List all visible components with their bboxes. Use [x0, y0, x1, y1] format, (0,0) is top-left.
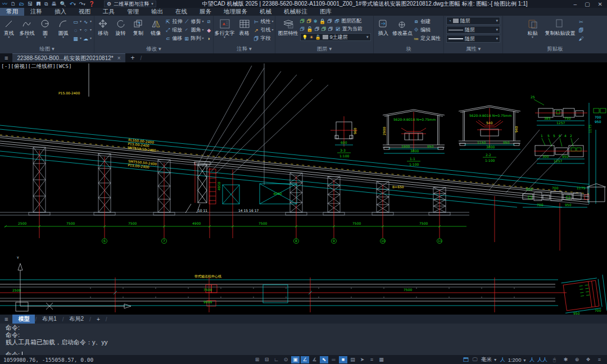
add-status-icon[interactable]: ⊕: [573, 356, 581, 363]
osnap-toggle[interactable]: ▣: [291, 356, 300, 363]
copy-button[interactable]: 复制: [130, 17, 147, 42]
layout-menu-icon[interactable]: ≡: [0, 316, 12, 322]
arc-button[interactable]: 圆弧▾: [55, 17, 72, 42]
units-selector[interactable]: 毫米 ▼: [481, 356, 497, 363]
cycling-toggle[interactable]: ➤: [358, 356, 366, 363]
ribbon-tab-mech[interactable]: 机械: [253, 8, 278, 16]
print-icon[interactable]: 🖶: [51, 1, 56, 7]
ortho-toggle[interactable]: ∟: [272, 356, 280, 363]
layer-off-icon[interactable]: 🗇: [300, 26, 305, 32]
join-button[interactable]: ◗: [206, 35, 213, 42]
panel-label-layers[interactable]: 图层 ▾: [275, 46, 373, 53]
workspace-switcher[interactable]: ⚙ 二维草图与注释 ▾: [104, 1, 156, 7]
lineweight-toggle[interactable]: ═: [329, 356, 338, 363]
scale-selector[interactable]: 1:200 ▼: [508, 357, 527, 363]
ribbon-tab-home[interactable]: 常用: [0, 8, 24, 16]
settings-gear-icon[interactable]: ✱: [561, 356, 570, 363]
layer-state-icon[interactable]: 🗇: [328, 26, 333, 32]
redo-icon[interactable]: ↷▾: [79, 1, 85, 8]
create-block-button[interactable]: ⧇创建: [413, 18, 442, 25]
ribbon-tab-mechdim[interactable]: 机械标注: [278, 8, 314, 16]
array-button[interactable]: ⊞阵列▾: [184, 35, 206, 42]
new-doc-tab-button[interactable]: +: [125, 54, 141, 62]
rectangle-tool[interactable]: ▭▾∿▾: [73, 18, 94, 25]
undo-icon[interactable]: ↶▾: [70, 1, 76, 8]
trim-button[interactable]: ⟋修剪▾: [184, 18, 206, 25]
close-button[interactable]: ✕: [598, 1, 603, 7]
ribbon-tab-online[interactable]: 在线: [169, 8, 193, 16]
match-props-button[interactable]: 🖌: [578, 35, 587, 42]
circle-button[interactable]: 圆▾: [37, 17, 54, 42]
table-button[interactable]: 表格: [236, 17, 253, 42]
polar-toggle[interactable]: ∠: [301, 356, 309, 363]
erase-button[interactable]: ◆: [206, 26, 213, 34]
new-file-icon[interactable]: 🗋: [11, 1, 16, 7]
insert-block-button[interactable]: 插入: [375, 17, 392, 42]
field-button[interactable]: 🗍字段: [253, 35, 275, 42]
paste-button[interactable]: 粘贴▾: [523, 17, 542, 42]
rotate-button[interactable]: 旋转: [112, 17, 129, 42]
viewport-controls[interactable]: [-][俯视][二维线框][WCS]: [1, 63, 72, 70]
color-dropdown[interactable]: ◔ 随层▾: [446, 17, 500, 25]
layer-lock-icon[interactable]: 🔒: [319, 19, 325, 24]
ribbon-tab-annotate[interactable]: 注释: [24, 8, 48, 16]
move-button[interactable]: 移动: [94, 17, 111, 42]
zw-cloud-icon[interactable]: 🗔: [463, 357, 469, 363]
polyline-button[interactable]: 多段线▾: [18, 17, 35, 42]
save-as-icon[interactable]: 🖪: [36, 1, 41, 7]
ellipse-tool[interactable]: ◌▾⁘▾: [73, 26, 94, 34]
linetype-dropdown[interactable]: 随层▾: [446, 26, 500, 34]
stretch-button[interactable]: ⇱拉伸: [165, 18, 183, 25]
anno-autoadd-icon[interactable]: 人人: [537, 356, 547, 363]
layer-freeze-icon[interactable]: 🗇: [307, 19, 312, 24]
document-tab[interactable]: 22388-5620-B00...机安装图20210812* ×: [12, 53, 125, 62]
fullscreen-icon[interactable]: ❖: [584, 356, 592, 363]
panel-label-properties[interactable]: 属性 ▾: [444, 46, 502, 53]
drawing-canvas[interactable]: line,path,polyline,rect,circle,polygon{f…: [0, 62, 607, 315]
doc-close-icon[interactable]: ×: [117, 55, 121, 61]
set-current-button[interactable]: 🗹置为当前: [335, 25, 363, 33]
open-folder-icon[interactable]: 🗁: [19, 1, 24, 7]
layout-tab-model[interactable]: 模型: [12, 315, 35, 324]
new-layout-button[interactable]: +: [91, 315, 106, 324]
mtext-button[interactable]: A 多行文字▾: [214, 17, 235, 42]
line-button[interactable]: 直线▾: [0, 17, 17, 42]
offset-button[interactable]: ⊂偏移: [165, 35, 183, 42]
ribbon-tab-tools[interactable]: 工具: [97, 8, 121, 16]
doc-menu-icon[interactable]: ≡: [0, 54, 12, 61]
dyninput-toggle[interactable]: ⬉: [320, 356, 328, 363]
snap-toggle[interactable]: ⊟: [262, 356, 271, 363]
isolate-objects-icon[interactable]: 🖰: [550, 356, 559, 363]
copy-clip-button[interactable]: 🗐: [578, 26, 587, 34]
minimize-button[interactable]: –: [574, 1, 577, 7]
ribbon-tab-output[interactable]: 输出: [145, 8, 169, 16]
layer-prev-icon[interactable]: 🗇: [321, 26, 327, 32]
layout-tab-2[interactable]: 布局2: [64, 315, 90, 324]
copy-icon[interactable]: ⧉: [44, 1, 48, 7]
save-icon[interactable]: 🖫: [28, 1, 33, 7]
edit-block-button[interactable]: ⟐编辑: [413, 26, 442, 34]
ribbon-tab-view[interactable]: 视图: [73, 8, 97, 16]
cut-button[interactable]: ✂: [578, 18, 587, 25]
ribbon-tab-geo[interactable]: 地理服务: [218, 8, 253, 16]
annoview-toggle[interactable]: ≡: [368, 356, 376, 363]
command-window[interactable]: 命令: 命令: 贱人工具箱已加载，启动命令：y、yy 命令:: [0, 324, 607, 355]
quickprops-toggle[interactable]: ▤: [348, 356, 357, 363]
ribbon-tab-services[interactable]: 服务: [193, 8, 218, 16]
anno-visibility-icon[interactable]: 人: [529, 356, 534, 363]
status-menu-icon[interactable]: ≡: [595, 356, 604, 363]
maximize-button[interactable]: ▢: [585, 1, 590, 7]
workspace-toggle[interactable]: ▦: [377, 356, 386, 363]
ribbon-tab-manage[interactable]: 管理: [121, 8, 145, 16]
layer-iso-icon[interactable]: 🗇: [327, 19, 332, 24]
layer-thaw-icon[interactable]: ❄: [314, 19, 318, 24]
graphics-perf-icon[interactable]: 🖵: [472, 356, 478, 363]
grid-toggle[interactable]: ⊞: [253, 356, 261, 363]
define-attr-button[interactable]: ≔定义属性: [413, 35, 442, 42]
ribbon-tab-insert[interactable]: 插入: [48, 8, 73, 16]
panel-label-annotate[interactable]: 注释 ▾: [214, 46, 275, 53]
panel-label-draw[interactable]: 绘图 ▾: [0, 46, 94, 53]
explode-button[interactable]: ⧄: [206, 18, 213, 25]
linear-dim-button[interactable]: ⊢线性▾: [253, 18, 275, 25]
layer-match-button[interactable]: 🗗图层匹配: [334, 17, 361, 25]
